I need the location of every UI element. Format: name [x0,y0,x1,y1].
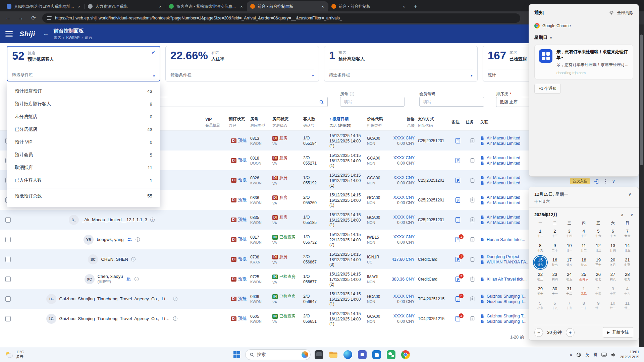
task-icon[interactable] [470,237,475,242]
filter-option[interactable]: 已分房抵店 43 [7,123,160,136]
breadcrumb-hotel[interactable]: 酒店 [54,35,61,40]
collapse-calendar-icon[interactable]: ∨ [626,191,633,197]
filter-option[interactable]: 未分房抵店 0 [7,110,160,123]
prev-month-icon[interactable]: ∧ [621,213,624,217]
more-notifications-button[interactable]: +1 个通知 [534,84,561,94]
file-explorer-button[interactable] [327,349,339,361]
browser-tab[interactable]: 贵阳机场智选假日酒店系统网址... × [3,1,85,11]
calendar-day[interactable]: 1 十二 [534,227,547,240]
row-checkbox[interactable] [5,316,11,321]
calendar-day[interactable]: 17 廿八 [562,256,576,269]
calendar-day[interactable]: 11 廿三 [621,299,634,312]
network-icon[interactable] [576,352,581,357]
clear-all-button[interactable]: 全部清除 [617,10,633,16]
taskbar-search[interactable]: 搜索 [245,349,311,360]
calendar-day[interactable]: 20 冬月 [606,256,620,269]
task-icon[interactable] [470,158,475,163]
guest-name[interactable]: Chen, xiaoyu [98,274,123,279]
calendar-day[interactable]: 25 圣诞节 [577,270,590,284]
close-tab-icon[interactable]: × [76,4,82,9]
browser-tab[interactable]: 人力资源管理系统 × [85,1,166,11]
note-icon[interactable]: 2 [455,296,461,302]
stat-card[interactable]: 52 抵店 预计抵店客人 ✓ 筛选条件栏 ▴ [7,46,160,81]
check-in-icon[interactable] [594,179,599,184]
calendar-day[interactable]: 27 初八 [606,270,620,284]
calendar-day[interactable]: 15 廿六 [534,256,547,269]
calendar-day[interactable]: 10 廿二 [606,299,620,312]
note-icon[interactable] [455,138,461,144]
notification-group[interactable]: 星期日 ∨ [534,35,633,41]
show-hidden-icons[interactable]: ∧ [570,352,573,357]
task-view-button[interactable] [313,349,325,361]
filter-option[interactable]: 预计抵店预订 43 [7,85,160,98]
stat-card[interactable]: 1 离店 预计离店客人 ✓ 筛选条件栏 ▾ [324,46,478,81]
guest-name[interactable]: Guizhou_Shunjing_Tiancheng_Travel_Agency… [59,316,170,321]
task-icon[interactable] [470,276,475,282]
calendar-day[interactable]: 9 二十 [548,241,561,255]
calendar-day[interactable]: 7 大雪 [621,227,634,240]
note-icon[interactable] [455,158,461,164]
calendar-day[interactable]: 10 廿一 [562,241,576,255]
row-checkbox[interactable] [5,296,11,302]
browser-tab[interactable]: 旅客查询 - 紫橡旅馆业治安信息... × [166,1,247,11]
note-icon[interactable]: 1 [455,256,461,262]
start-button[interactable] [231,349,243,361]
calendar-day[interactable]: 5 小寒 [534,299,547,312]
th-vip[interactable]: VIP会员信息 [204,114,227,130]
chevron-down-icon[interactable]: ∨ [612,179,615,184]
reload-icon[interactable]: ⟳ [30,15,38,21]
calendar-day[interactable]: 1 元旦 [577,285,590,298]
calendar-day[interactable]: 4 十六 [621,285,634,298]
calendar-day[interactable]: 6 十八 [548,299,561,312]
task-icon[interactable] [470,316,475,321]
calendar-day[interactable]: 5 十六 [592,227,605,240]
calendar-day[interactable]: 14 廿五 [621,241,634,255]
th-notes[interactable]: 备注 [450,114,464,130]
keyboard-icon[interactable] [601,353,607,357]
calendar-day[interactable]: 4 十五 [577,227,590,240]
info-icon[interactable]: i [131,257,136,261]
filter-option[interactable]: 预计会员 5 [7,148,160,161]
calendar-day[interactable]: 8 十九 [534,241,547,255]
calendar-day[interactable]: 18 廿九 [577,256,590,269]
note-icon[interactable]: 2 [455,316,461,322]
weather-widget[interactable]: 11°C 多云 [0,350,29,359]
more-actions-icon[interactable]: ⋮ [603,178,608,184]
wechat-button[interactable] [385,349,397,361]
close-tab-icon[interactable]: × [401,4,407,9]
note-icon[interactable] [455,197,461,203]
th-rate-code[interactable]: 价格代码担保类型 [366,114,386,130]
scrollbar-thumb[interactable] [640,35,643,165]
calendar-day[interactable]: 6 十七 [606,227,620,240]
focus-minus-button[interactable]: − [534,328,543,337]
breadcrumb-frontdesk[interactable]: 前台 [85,35,92,40]
focus-plus-button[interactable]: + [566,328,575,337]
room-number-input[interactable] [340,97,405,107]
th-guests[interactable]: 客人数确认号 [302,114,328,130]
row-checkbox[interactable] [5,277,11,282]
bing-icon[interactable] [302,351,308,358]
notification-card[interactable]: 亲，您有订单未处理哦！求速来处理订单~ 亲，您有订单未处理哦！求速来处理订...… [534,45,633,79]
filter-bar-toggle[interactable]: 筛选条件栏 ▴ [12,69,155,81]
row-checkbox[interactable] [5,217,11,223]
guest-name[interactable]: Guizhou_Shunjing_Tiancheng_Travel_Agency… [59,296,170,301]
menu-icon[interactable] [5,31,13,37]
member-number-input[interactable] [419,97,484,107]
task-icon[interactable] [470,197,475,203]
browser-tab[interactable]: 前台 - 前台控制板 × [328,1,409,11]
gear-icon[interactable] [609,10,614,15]
info-icon[interactable]: i [136,237,140,242]
address-bar[interactable]: https://cn1.web.ep.shiji.world/individua… [42,13,520,23]
th-room[interactable]: 房号房间类型 [249,114,271,130]
calendar-day[interactable]: 11 廿二 [577,241,590,255]
calendar-day[interactable]: 23 初四 [548,270,561,284]
calendar-day[interactable]: 19 三十 [592,256,605,269]
back-icon[interactable]: ← [4,15,12,21]
close-tab-icon[interactable]: × [158,4,163,9]
info-icon[interactable]: i [135,277,139,281]
ime-mode[interactable]: 拼 [593,352,597,358]
note-icon[interactable] [455,217,461,223]
calendar-day[interactable]: 31 十二 [562,285,576,298]
note-icon[interactable]: 3 [455,276,461,282]
forward-icon[interactable]: → [17,15,25,21]
